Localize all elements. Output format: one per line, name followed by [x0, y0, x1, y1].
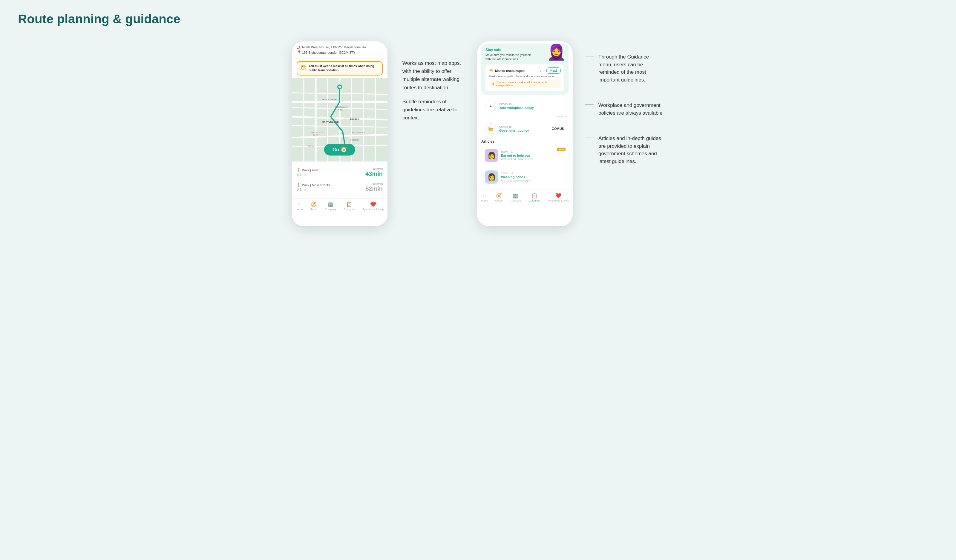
annotation-line-3: [585, 138, 594, 138]
acme-logo-text: A: [490, 105, 492, 107]
address-to: 199 Bishopsgate London EC2M 3TY: [302, 51, 355, 54]
workplace-policy-name: Your workplace policy: [499, 106, 534, 110]
acme-logo-full: acme co: [483, 115, 567, 118]
mask-counter: 1 / 4: [539, 69, 545, 72]
map-area: KENSAL GREEN The Regent's Park MARYLEBON…: [292, 78, 387, 162]
guidance-icon: 📋: [346, 201, 352, 207]
right-nav-guidance[interactable]: 📋 Guidance: [529, 193, 541, 202]
mask-icon: 😷: [489, 69, 493, 72]
nav-guidance-label: Guidance: [344, 208, 355, 211]
next-button[interactable]: Next: [546, 67, 561, 74]
new-badge: NEW: [557, 148, 566, 151]
nav-home[interactable]: ⌂ Home: [296, 202, 303, 211]
gov-uk-label: GOV.UK: [552, 127, 564, 130]
workplace-covid-label: COVID-19: [499, 103, 534, 106]
article-2-covid: COVID-19: [501, 172, 531, 175]
go-button-icon: 🧭: [341, 147, 347, 152]
workplace-policy-card[interactable]: A COVID-19 Your workplace policy: [481, 97, 569, 115]
right-symptoms-icon: ❤️: [555, 193, 561, 199]
gov-policy-card[interactable]: 👑 COVID-19 Government policy GOV.UK: [481, 120, 569, 137]
nav-home-label: Home: [296, 208, 303, 211]
right-nav-symptoms[interactable]: ❤️ Symptoms & Help: [547, 193, 569, 202]
svg-text:London: London: [350, 118, 359, 120]
route-2-left: 🚶 Walk | Main streets 6.1 mi: [297, 183, 330, 191]
main-layout: North West House, 119-127 Marylebone Ro …: [18, 41, 938, 226]
right-getto-icon: 🧭: [496, 193, 502, 199]
right-guidance-icon: 📋: [531, 193, 538, 199]
address-to-row: 📍 199 Bishopsgate London EC2M 3TY: [297, 50, 383, 55]
route-1-right: Preferred 43min: [365, 168, 383, 177]
article-thumb-2: 👩: [485, 171, 498, 184]
article-1-sub: What is it and how to use it: [501, 158, 533, 161]
right-nav-company[interactable]: 🏢 Company: [510, 193, 522, 202]
svg-point-17: [338, 86, 341, 88]
acme-logo: A: [486, 100, 496, 111]
annotation-text-1: Through the Guidance menu, users can be …: [598, 53, 664, 83]
go-button[interactable]: Go 🧭: [324, 144, 355, 155]
svg-text:The Regent's: The Regent's: [335, 106, 348, 108]
nav-guidance[interactable]: 📋 Guidance: [344, 201, 355, 211]
article-1-title: Eat out to help out: [501, 154, 533, 157]
mask-info-title: 😷 Masks encouraged: [489, 69, 525, 72]
map-header: North West House, 119-127 Marylebone Ro …: [292, 41, 387, 59]
article-2-title: Washing hands: [501, 175, 531, 179]
nav-symptoms-label: Symptoms & Help: [362, 208, 384, 211]
stay-safe-card: Stay safe Make sure you familiarise your…: [481, 44, 569, 95]
svg-text:KENSAL GREEN: KENSAL GREEN: [322, 99, 338, 100]
svg-text:SHEPHERD'S: SHEPHERD'S: [311, 132, 323, 133]
from-icon: [297, 45, 300, 49]
nav-getto-label: Get to: [310, 208, 318, 211]
nav-get-to[interactable]: 🧭 Get to: [310, 201, 318, 211]
address-from-row: North West House, 119-127 Marylebone Ro: [297, 45, 383, 49]
right-phone: Stay safe Make sure you familiarise your…: [477, 41, 573, 226]
article-card-2[interactable]: 👩 COVID-19 Washing hands Are 20 seconds …: [481, 168, 569, 187]
route-2-time: 52min: [365, 185, 383, 192]
svg-text:WESTMINSTER: WESTMINSTER: [352, 132, 365, 133]
annotation-text-3: Articles and in-depth guides are provide…: [598, 135, 664, 165]
nav-symptoms[interactable]: ❤️ Symptoms & Help: [362, 201, 384, 211]
right-company-icon: 🏢: [513, 193, 519, 199]
stay-safe-illustration: 🧕: [547, 44, 566, 60]
mask-alert-icon: 😷: [300, 64, 306, 70]
mask-info-header: 😷 Masks encouraged 1 / 4 Next: [489, 67, 561, 74]
route-row-2: 🚶 Walk | Main streets 6.1 mi Preferred 5…: [297, 180, 383, 195]
svg-text:FULHAM: FULHAM: [307, 145, 314, 147]
symptoms-icon: ❤️: [370, 201, 376, 207]
left-phone: North West House, 119-127 Marylebone Ro …: [292, 41, 387, 226]
route-1-left: 🚶 Walk | Fast 5.5 mi: [297, 168, 318, 177]
warning-icon: ⚠️: [491, 82, 495, 85]
nav-company[interactable]: 🏢 Company: [325, 201, 336, 211]
left-phone-bottom-nav: ⌂ Home 🧭 Get to 🏢 Company 📋 Guidance ❤️ …: [292, 198, 387, 213]
home-icon: ⌂: [297, 202, 300, 207]
gov-covid-label: COVID-19: [499, 125, 529, 129]
articles-label: Articles: [481, 140, 569, 144]
route-options: 🚶 Walk | Fast 5.5 mi Preferred 43min 🚶 W…: [292, 162, 387, 198]
workplace-policy-info: COVID-19 Your workplace policy: [499, 103, 534, 110]
right-nav-guidance-label: Guidance: [529, 199, 541, 202]
route-1-type: 🚶 Walk | Fast: [297, 168, 318, 172]
annotation-1: Through the Guidance menu, users can be …: [585, 44, 664, 93]
company-icon: 🏢: [327, 201, 333, 207]
route-2-type: 🚶 Walk | Main streets: [297, 183, 330, 187]
annotation-text-2: Workplace and government policies are al…: [598, 102, 664, 117]
go-button-label: Go: [332, 147, 339, 152]
right-phone-bottom-nav: ⌂ Home 🧭 Get to 🏢 Company 📋 Guidance ❤️ …: [477, 190, 573, 204]
article-card-1[interactable]: 👩 COVID-19 Eat out to help out What is i…: [481, 146, 569, 165]
center-description: Works as most map apps, with the ability…: [399, 41, 465, 128]
annotation-2: Workplace and government policies are al…: [585, 93, 664, 125]
gov-policy-info: COVID-19 Government policy: [499, 125, 529, 132]
mask-info-box: 😷 Masks encouraged 1 / 4 Next Masks in m…: [486, 64, 564, 91]
article-2-info: COVID-19 Washing hands Are 20 seconds en…: [501, 172, 531, 182]
center-para-2: Subtle reminders of guidelines are relat…: [403, 97, 462, 122]
stay-safe-body: Make sure you familiarise yourself with …: [486, 53, 533, 61]
route-2-dist: 6.1 mi: [297, 187, 330, 191]
right-nav-home[interactable]: ⌂ Home: [481, 193, 488, 202]
right-annotations: Through the Guidance menu, users can be …: [585, 41, 664, 174]
route-1-dist: 5.5 mi: [297, 173, 318, 177]
svg-text:MARYLEBONE: MARYLEBONE: [322, 121, 339, 123]
route-1-preferred: Preferred: [365, 168, 383, 171]
right-nav-getto[interactable]: 🧭 Get to: [495, 193, 503, 202]
center-para-1: Works as most map apps, with the ability…: [403, 59, 462, 92]
svg-text:LAMBETH: LAMBETH: [350, 139, 358, 141]
svg-text:Park: Park: [338, 109, 343, 111]
